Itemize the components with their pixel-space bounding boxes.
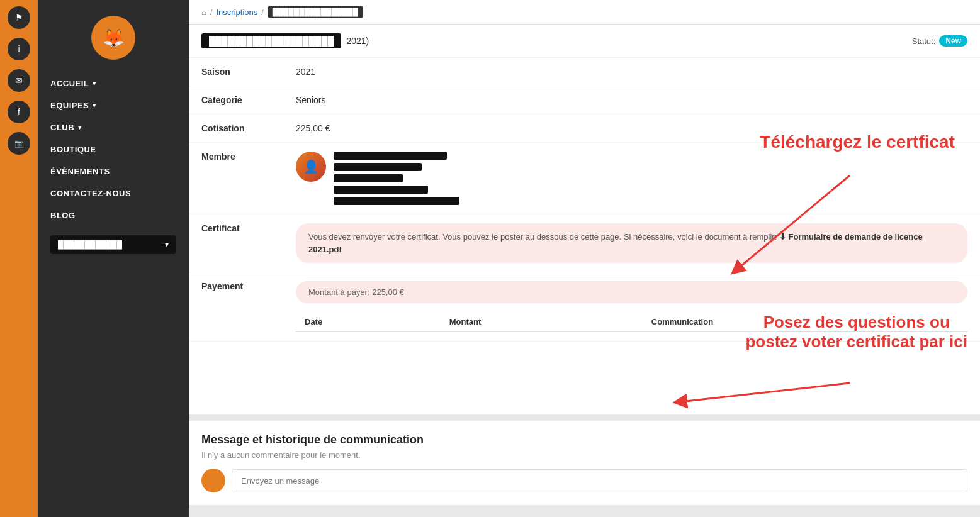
sidebar-item-evenements[interactable]: ÉVÉNEMENTS [38, 160, 189, 182]
sidebar-label-evenements: ÉVÉNEMENTS [50, 167, 110, 176]
member-cell: 👤 [296, 152, 967, 205]
field-label-membre: Membre [189, 143, 283, 214]
sidebar-item-contactez[interactable]: CONTACTEZ-NOUS [38, 182, 189, 204]
record-year: 2021) [346, 36, 369, 46]
field-value-membre: 👤 [283, 143, 980, 214]
sidebar-navigation: ACCUEIL ▾ EQUIPES ▾ CLUB ▾ BOUTIQUE ÉVÉN… [38, 72, 189, 226]
member-line-3 [334, 174, 403, 182]
sidebar-item-club[interactable]: CLUB ▾ [38, 116, 189, 138]
content-area: ████████████████████ 2021) Statut: New S… [189, 25, 980, 517]
status-badge: New [939, 35, 967, 47]
breadcrumb-sep-2: / [261, 8, 264, 17]
certificat-alert: Vous devez renvoyer votre certificat. Vo… [296, 223, 967, 263]
sidebar-label-equipes: EQUIPES [50, 101, 89, 110]
member-avatar: 👤 [296, 152, 326, 182]
svg-line-1 [680, 383, 850, 402]
sidebar-black-button-arrow: ▾ [165, 240, 169, 249]
statut-label: Statut: [912, 36, 936, 46]
flag-icon[interactable]: ⚑ [8, 6, 30, 29]
payment-col-date: Date [296, 312, 441, 332]
member-info [334, 152, 459, 205]
record-title-bar: ████████████████████ 2021) [201, 33, 369, 48]
instagram-icon[interactable]: 📷 [8, 132, 30, 155]
dropdown-arrow-accueil: ▾ [93, 80, 96, 87]
sidebar-label-blog: BLOG [50, 211, 76, 220]
status-area: Statut: New [912, 35, 967, 47]
field-value-categorie: Seniors [283, 86, 980, 114]
sidebar: 🦊 ACCUEIL ▾ EQUIPES ▾ CLUB ▾ BOUTIQUE ÉV… [38, 0, 189, 517]
field-row-saison: Saison 2021 [189, 58, 980, 86]
member-line-2 [334, 163, 422, 171]
certificat-text: Vous devez renvoyer votre certificat. Vo… [308, 232, 777, 242]
dropdown-arrow-equipes: ▾ [93, 102, 96, 109]
member-line-5 [334, 197, 459, 205]
field-row-categorie: Categorie Seniors [189, 86, 980, 114]
member-line-1 [334, 152, 447, 160]
field-row-cotisation: Cotisation 225,00 € [189, 114, 980, 143]
field-label-payement: Payement [189, 272, 283, 342]
member-line-4 [334, 186, 428, 194]
sidebar-logo: 🦊 [38, 6, 189, 72]
club-logo[interactable]: 🦊 [91, 16, 135, 60]
fields-table: Saison 2021 Categorie Seniors Cotisation… [189, 58, 980, 342]
bottom-section: Message et historique de communication I… [189, 421, 980, 505]
payment-col-montant: Montant [441, 312, 643, 332]
mail-icon[interactable]: ✉ [8, 69, 30, 92]
breadcrumb-bar: ⌂ / Inscriptions / ████████████████ [189, 0, 980, 25]
main-area: ⌂ / Inscriptions / ████████████████ ████… [189, 0, 980, 517]
sidebar-label-accueil: ACCUEIL [50, 79, 89, 88]
message-avatar [201, 469, 225, 492]
field-value-saison: 2021 [283, 58, 980, 86]
sidebar-label-club: CLUB [50, 123, 74, 132]
payment-table: Date Montant Communication [296, 312, 967, 332]
field-row-certificat: Certificat Vous devez renvoyer votre cer… [189, 214, 980, 272]
bottom-title: Message et historique de communication [201, 433, 967, 447]
info-icon[interactable]: i [8, 38, 30, 60]
bottom-subtitle: Il n'y a aucun commentaire pour le momen… [201, 450, 967, 460]
sidebar-item-boutique[interactable]: BOUTIQUE [38, 138, 189, 160]
field-value-cotisation: 225,00 € [283, 114, 980, 143]
field-value-certificat: Vous devez renvoyer votre certificat. Vo… [283, 214, 980, 272]
sidebar-item-blog[interactable]: BLOG [38, 204, 189, 226]
payment-col-communication: Communication [643, 312, 967, 332]
facebook-icon[interactable]: f [8, 101, 30, 123]
field-label-saison: Saison [189, 58, 283, 86]
payment-alert-text: Montant à payer: 225,00 € [308, 287, 404, 297]
sidebar-item-accueil[interactable]: ACCUEIL ▾ [38, 72, 189, 94]
field-label-categorie: Categorie [189, 86, 283, 114]
sidebar-label-contactez: CONTACTEZ-NOUS [50, 189, 131, 198]
sidebar-black-button[interactable]: ████████████ ▾ [50, 235, 176, 254]
field-label-certificat: Certificat [189, 214, 283, 272]
field-row-membre: Membre 👤 [189, 143, 980, 214]
icon-bar: ⚑ i ✉ f 📷 [0, 0, 38, 517]
sidebar-item-equipes[interactable]: EQUIPES ▾ [38, 94, 189, 116]
dropdown-arrow-club: ▾ [78, 124, 82, 131]
record-header: ████████████████████ 2021) Statut: New [189, 25, 980, 58]
payment-alert: Montant à payer: 225,00 € [296, 281, 967, 303]
field-row-payement: Payement Montant à payer: 225,00 € Date … [189, 272, 980, 342]
payment-table-header-row: Date Montant Communication [296, 312, 967, 332]
home-icon[interactable]: ⌂ [201, 8, 206, 17]
breadcrumb-current: ████████████████ [268, 6, 363, 18]
sidebar-black-button-label: ████████████ [58, 240, 122, 249]
field-value-payement: Montant à payer: 225,00 € Date Montant C… [283, 272, 980, 342]
record-title: ████████████████████ [201, 33, 341, 48]
breadcrumb-sep-1: / [210, 8, 213, 17]
sidebar-label-boutique: BOUTIQUE [50, 145, 96, 154]
message-input[interactable] [232, 469, 967, 492]
message-row [201, 469, 967, 492]
breadcrumb-inscriptions[interactable]: Inscriptions [216, 8, 257, 17]
field-label-cotisation: Cotisation [189, 114, 283, 143]
record-card: ████████████████████ 2021) Statut: New S… [189, 25, 980, 414]
